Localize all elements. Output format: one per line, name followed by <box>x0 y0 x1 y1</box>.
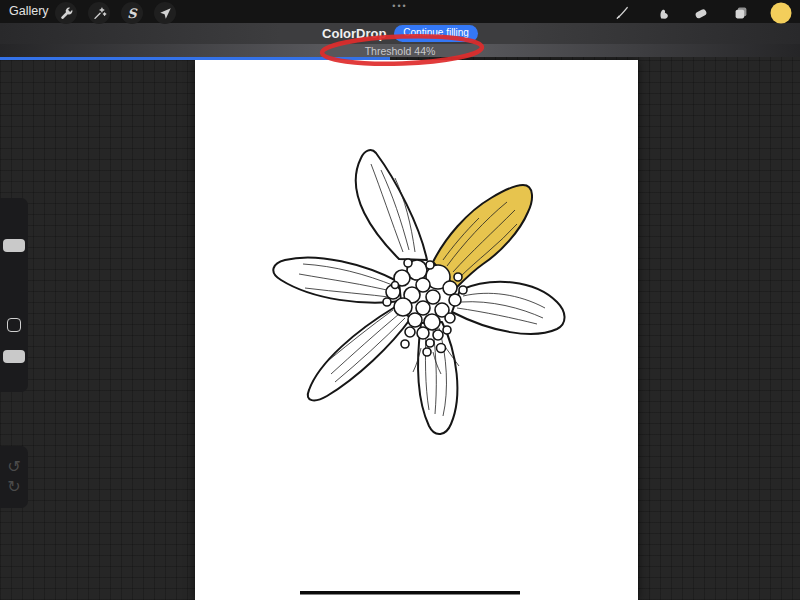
brush-button[interactable] <box>611 2 633 24</box>
color-swatch-circle <box>770 2 792 24</box>
smudge-finger-icon <box>655 5 671 21</box>
continue-filling-button[interactable]: Continue filling <box>394 25 478 42</box>
undo-button[interactable]: ↺ <box>7 459 20 475</box>
threshold-label: Threshold 44% <box>365 45 436 57</box>
layers-icon <box>733 5 749 21</box>
redo-button[interactable]: ↻ <box>7 479 20 495</box>
undo-redo-panel: ↺ ↻ <box>0 446 28 508</box>
brush-size-slider-handle[interactable] <box>3 239 25 252</box>
threshold-progress-fill <box>0 57 390 60</box>
drawing-canvas[interactable] <box>195 60 638 600</box>
smudge-button[interactable] <box>652 2 674 24</box>
paintbrush-icon <box>614 5 630 21</box>
sidebar <box>0 198 28 392</box>
threshold-slider-bar[interactable]: Threshold 44% <box>0 44 800 57</box>
color-button[interactable] <box>770 2 792 24</box>
colordrop-bar: ColorDrop Continue filling <box>0 23 800 44</box>
procreate-workspace: Gallery S <box>0 0 800 600</box>
modify-button[interactable] <box>7 318 21 332</box>
undo-icon: ↺ <box>7 457 20 476</box>
layers-button[interactable] <box>730 2 752 24</box>
top-toolbar: Gallery S <box>0 0 800 23</box>
redo-icon: ↻ <box>7 477 20 496</box>
flower-artwork <box>195 60 638 600</box>
multitask-handle[interactable]: ••• <box>0 1 800 11</box>
opacity-slider-handle[interactable] <box>3 350 25 363</box>
eraser-icon <box>693 5 709 21</box>
colordrop-title: ColorDrop <box>322 26 386 41</box>
erase-button[interactable] <box>690 2 712 24</box>
artwork-baseline <box>300 591 520 595</box>
